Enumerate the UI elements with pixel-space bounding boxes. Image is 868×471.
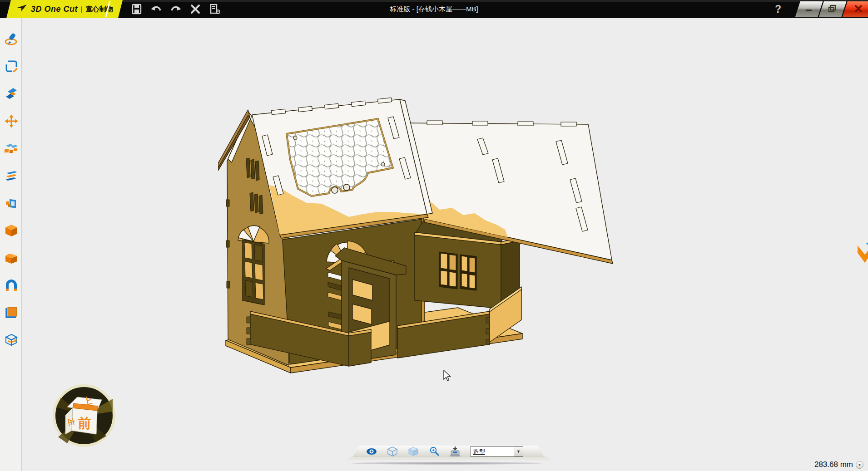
viewcube-left-face[interactable]: 左 <box>67 417 76 426</box>
layers-icon <box>4 169 19 183</box>
export-device-button[interactable] <box>208 2 222 16</box>
wireframe-cube-icon <box>387 446 397 456</box>
brand-name: 3D One Cut <box>31 5 78 14</box>
restore-icon <box>828 5 837 15</box>
sidebar-tool-solid-box[interactable] <box>4 223 19 238</box>
minimize-icon <box>805 5 813 14</box>
wireframe-view-button[interactable] <box>387 446 398 456</box>
brand-divider: | <box>81 5 83 13</box>
magnet-icon <box>4 278 19 293</box>
sidebar-tool-view-cube[interactable] <box>4 332 19 348</box>
house-model-render <box>218 91 622 383</box>
sidebar-tool-surface[interactable] <box>4 86 19 101</box>
paper-plane-icon <box>17 4 28 14</box>
shaded-cube-icon <box>408 447 418 456</box>
model-book-icon <box>4 196 19 211</box>
open-box-icon <box>4 250 19 265</box>
sidebar-tool-sketch[interactable] <box>4 31 19 46</box>
sidebar-tool-move[interactable] <box>4 113 19 129</box>
measurement-dropdown-button[interactable]: ▼ <box>856 461 863 469</box>
close-document-button[interactable] <box>188 2 202 16</box>
quick-action-toolbar <box>130 2 222 16</box>
view-cube-widget[interactable]: 前 上 左 <box>52 383 116 448</box>
nesting-blocks-icon <box>4 141 19 156</box>
zoom-button[interactable] <box>429 446 440 456</box>
sheet-corner-icon <box>4 305 19 320</box>
redo-button[interactable] <box>169 2 183 16</box>
collapsed-panel-flag[interactable] <box>858 239 868 266</box>
magnifier-icon <box>429 446 439 456</box>
pen-orbit-icon <box>4 31 19 46</box>
sidebar-tool-snap-magnet[interactable] <box>4 278 19 293</box>
sidebar-tool-auto-layout[interactable] <box>4 141 19 156</box>
printer-export-icon <box>208 3 221 15</box>
visibility-button[interactable] <box>366 446 377 456</box>
sidebar-tool-material-sheet[interactable] <box>4 305 19 320</box>
left-tool-sidebar <box>0 18 22 471</box>
sidebar-tool-sketch-shape[interactable] <box>4 59 19 74</box>
flag-arrow-icon <box>858 239 868 266</box>
x-icon <box>189 3 201 15</box>
measurement-readout: 283.68 mm <box>814 460 853 469</box>
display-mode-dropdown[interactable]: 造型 ▼ <box>471 446 523 457</box>
window-controls <box>797 1 868 18</box>
help-button[interactable]: ? <box>771 2 785 16</box>
dock-shadow <box>352 462 542 465</box>
redo-arrow-icon <box>169 3 182 15</box>
sidebar-tool-package[interactable] <box>4 250 19 265</box>
undo-arrow-icon <box>150 3 163 15</box>
move-cross-icon <box>4 114 19 128</box>
rotate-cube-icon <box>4 333 19 347</box>
engraver-icon <box>450 446 461 457</box>
viewcube-front-face[interactable]: 前 <box>78 416 91 431</box>
send-to-machine-button[interactable] <box>450 446 461 456</box>
viewcube-top-face[interactable]: 上 <box>81 395 93 407</box>
save-button[interactable] <box>130 2 144 16</box>
display-mode-value: 造型 <box>471 446 514 456</box>
undo-button[interactable] <box>149 2 163 16</box>
model-viewport[interactable]: 前 上 左 造型 ▼ <box>23 18 868 471</box>
app-window: 3D One Cut | 童心制物 标准版 - [存钱小木屋——MB] <box>0 0 868 471</box>
sidebar-tool-import-model[interactable] <box>4 196 19 211</box>
sidebar-tool-layers[interactable] <box>4 168 19 184</box>
floppy-disk-icon <box>131 3 143 15</box>
status-bar: 283.68 mm ▼ <box>814 460 863 469</box>
orange-cube-icon <box>4 223 19 238</box>
title-bar: 3D One Cut | 童心制物 标准版 - [存钱小木屋——MB] <box>0 0 868 18</box>
chevron-down-icon[interactable]: ▼ <box>514 446 523 456</box>
close-icon <box>854 5 863 15</box>
rounded-rect-icon <box>4 59 19 74</box>
eye-icon <box>366 448 377 455</box>
shaded-view-button[interactable] <box>408 446 419 456</box>
stacked-planes-icon <box>4 86 19 101</box>
view-dock-toolbar: 造型 ▼ <box>352 446 544 457</box>
